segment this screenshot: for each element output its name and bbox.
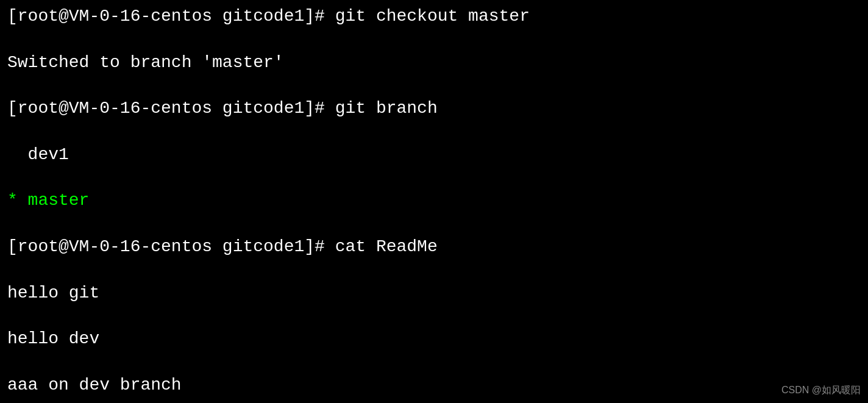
line-2: Switched to branch 'master' [7, 51, 861, 74]
line-5: * master [7, 189, 861, 212]
terminal-window: [root@VM-0-16-centos gitcode1]# git chec… [0, 0, 868, 403]
line-3: [root@VM-0-16-centos gitcode1]# git bran… [7, 97, 861, 120]
line-9: aaa on dev branch [7, 374, 861, 397]
line-8: hello dev [7, 327, 861, 351]
watermark: CSDN @如风暖阳 [781, 383, 861, 397]
line-7: hello git [7, 282, 861, 305]
line-4: dev1 [7, 143, 861, 166]
line-6: [root@VM-0-16-centos gitcode1]# cat Read… [7, 235, 861, 259]
line-1: [root@VM-0-16-centos gitcode1]# git chec… [7, 5, 861, 28]
